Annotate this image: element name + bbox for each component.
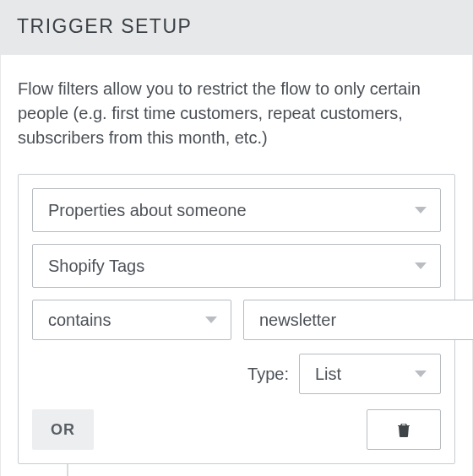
panel-body: Flow filters allow you to restrict the f… — [0, 55, 473, 476]
operator-value: contains — [48, 311, 111, 330]
type-select[interactable]: List — [299, 354, 441, 394]
operator-value-row: contains — [32, 300, 441, 340]
card-footer: OR — [32, 409, 441, 450]
filter-description: Flow filters allow you to restrict the f… — [18, 77, 455, 150]
chevron-down-icon — [415, 207, 427, 214]
page-title: TRIGGER SETUP — [17, 15, 456, 38]
chevron-down-icon — [415, 371, 427, 377]
panel-header: TRIGGER SETUP — [0, 0, 473, 55]
property-field-value: Shopify Tags — [48, 257, 144, 276]
branch-connector — [67, 464, 68, 476]
property-type-select[interactable]: Properties about someone — [32, 188, 441, 232]
trash-icon — [397, 422, 410, 437]
delete-button[interactable] — [367, 409, 441, 450]
type-row: Type: List — [32, 354, 441, 394]
filter-value-input[interactable] — [243, 300, 473, 340]
chevron-down-icon — [415, 262, 427, 269]
property-type-value: Properties about someone — [48, 201, 247, 220]
type-label: Type: — [247, 365, 289, 384]
property-field-select[interactable]: Shopify Tags — [32, 244, 441, 288]
type-value: List — [315, 365, 341, 384]
chevron-down-icon — [205, 316, 217, 323]
operator-select[interactable]: contains — [32, 300, 231, 340]
filter-card: Properties about someone Shopify Tags co… — [18, 174, 455, 464]
or-button[interactable]: OR — [32, 409, 94, 450]
